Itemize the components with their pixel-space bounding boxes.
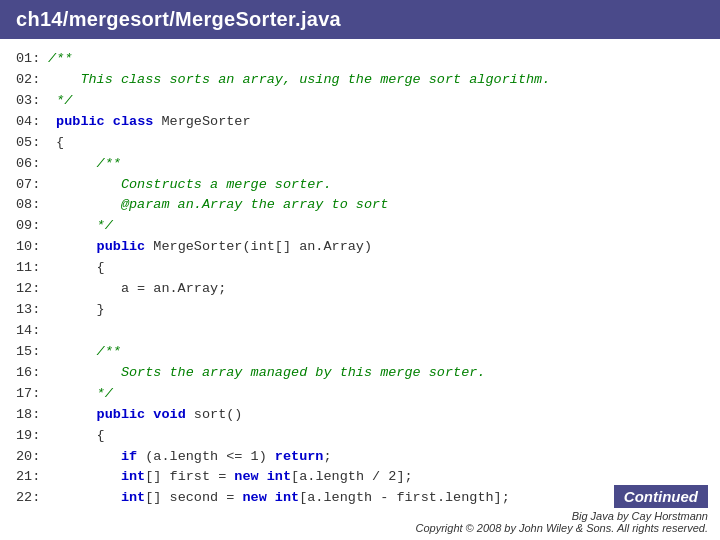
line-number: 22: <box>16 488 48 509</box>
line-number: 05: <box>16 133 48 154</box>
continued-label: Continued <box>614 485 708 508</box>
copyright-text: Big Java by Cay Horstmann Copyright © 20… <box>415 510 708 534</box>
line-content: { <box>48 258 105 279</box>
table-row: 07: Constructs a merge sorter. <box>16 175 704 196</box>
line-content: } <box>48 300 105 321</box>
line-content: /** <box>48 49 72 70</box>
line-number: 10: <box>16 237 48 258</box>
table-row: 06: /** <box>16 154 704 175</box>
line-content: */ <box>48 91 72 112</box>
table-row: 19: { <box>16 426 704 447</box>
table-row: 02: This class sorts an array, using the… <box>16 70 704 91</box>
table-row: 17: */ <box>16 384 704 405</box>
line-number: 16: <box>16 363 48 384</box>
table-row: 03: */ <box>16 91 704 112</box>
line-number: 20: <box>16 447 48 468</box>
table-row: 08: @param an.Array the array to sort <box>16 195 704 216</box>
line-number: 09: <box>16 216 48 237</box>
footer: Continued Big Java by Cay Horstmann Copy… <box>415 485 708 534</box>
line-number: 14: <box>16 321 48 342</box>
line-content: if (a.length <= 1) return; <box>48 447 332 468</box>
line-content: /** <box>48 154 121 175</box>
line-number: 08: <box>16 195 48 216</box>
line-content: Sorts the array managed by this merge so… <box>48 363 485 384</box>
line-content: { <box>48 133 64 154</box>
table-row: 12: a = an.Array; <box>16 279 704 300</box>
line-number: 07: <box>16 175 48 196</box>
copyright-line1: Big Java by Cay Horstmann <box>572 510 708 522</box>
line-number: 04: <box>16 112 48 133</box>
line-number: 02: <box>16 70 48 91</box>
line-content: @param an.Array the array to sort <box>48 195 388 216</box>
table-row: 05: { <box>16 133 704 154</box>
table-row: 09: */ <box>16 216 704 237</box>
line-number: 11: <box>16 258 48 279</box>
line-number: 18: <box>16 405 48 426</box>
line-number: 13: <box>16 300 48 321</box>
line-content: public class MergeSorter <box>48 112 251 133</box>
page-title: ch14/mergesort/MergeSorter.java <box>16 8 341 30</box>
line-content: */ <box>48 216 113 237</box>
table-row: 11: { <box>16 258 704 279</box>
table-row: 15: /** <box>16 342 704 363</box>
continued-badge: Continued <box>415 485 708 510</box>
line-content: int[] first = new int[a.length / 2]; <box>48 467 413 488</box>
line-content: public void sort() <box>48 405 242 426</box>
table-row: 14: <box>16 321 704 342</box>
line-number: 03: <box>16 91 48 112</box>
table-row: 04: public class MergeSorter <box>16 112 704 133</box>
line-number: 01: <box>16 49 48 70</box>
line-content: a = an.Array; <box>48 279 226 300</box>
line-content: This class sorts an array, using the mer… <box>48 70 550 91</box>
table-row: 16: Sorts the array managed by this merg… <box>16 363 704 384</box>
line-content: */ <box>48 384 113 405</box>
line-content: { <box>48 426 105 447</box>
code-area: 01:/**02: This class sorts an array, usi… <box>0 39 720 515</box>
line-content: public MergeSorter(int[] an.Array) <box>48 237 372 258</box>
line-number: 17: <box>16 384 48 405</box>
table-row: 01:/** <box>16 49 704 70</box>
line-number: 19: <box>16 426 48 447</box>
line-content: /** <box>48 342 121 363</box>
line-number: 06: <box>16 154 48 175</box>
table-row: 13: } <box>16 300 704 321</box>
title-bar: ch14/mergesort/MergeSorter.java <box>0 0 720 39</box>
table-row: 20: if (a.length <= 1) return; <box>16 447 704 468</box>
line-number: 15: <box>16 342 48 363</box>
line-content: Constructs a merge sorter. <box>48 175 332 196</box>
copyright-line2: Copyright © 2008 by John Wiley & Sons. A… <box>415 522 708 534</box>
table-row: 10: public MergeSorter(int[] an.Array) <box>16 237 704 258</box>
table-row: 18: public void sort() <box>16 405 704 426</box>
line-number: 12: <box>16 279 48 300</box>
line-number: 21: <box>16 467 48 488</box>
